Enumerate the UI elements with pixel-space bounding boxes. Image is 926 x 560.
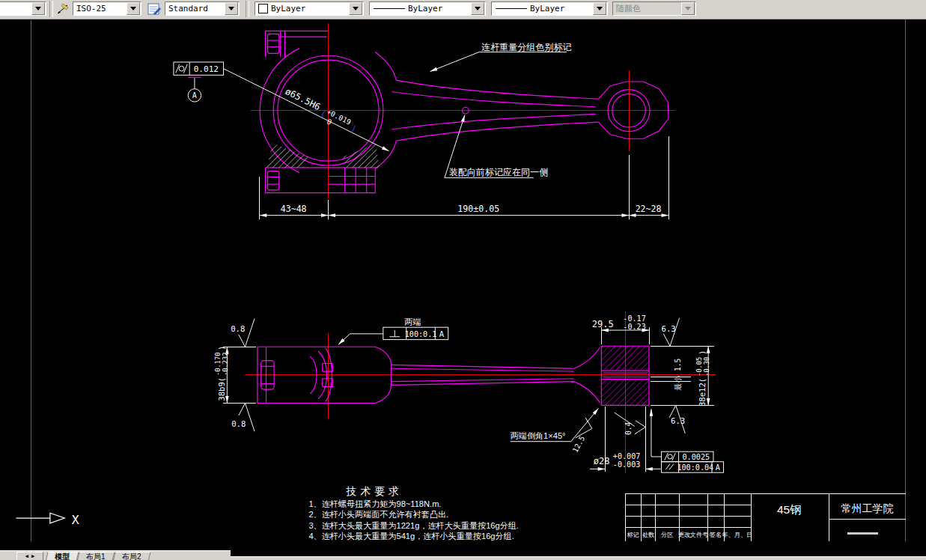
surf-63-top: 6.3 <box>662 324 676 334</box>
tab-nav-buttons[interactable]: ◀ ▶ <box>16 552 43 560</box>
svg-text:0: 0 <box>326 117 333 127</box>
surf-125: 12.5 <box>571 434 587 454</box>
model-canvas[interactable]: 43~48 190±0.05 22~28 连杆重量分组色别标记 装配向前标记应在… <box>0 19 926 560</box>
svg-text:-0.232: -0.232 <box>222 353 229 376</box>
top-view-geometry <box>188 31 668 192</box>
lineweight-value: ByLayer <box>527 4 593 13</box>
tech-req-item: 3、连杆大头最大重量为1221g，连杆大头重量按16g分组. <box>308 521 519 530</box>
weight-group-note: 连杆重量分组色别标记 <box>481 42 571 52</box>
plot-style-value: 随颜色 <box>613 3 681 14</box>
style-combo-value: ard <box>0 4 31 13</box>
autocad-window: { "toolbar": { "partial_style": "ard", "… <box>0 0 926 560</box>
dim-28: ø28 <box>594 456 610 466</box>
datum-a-label: A <box>192 91 197 100</box>
dim-style-value: ISO-25 <box>73 4 127 13</box>
fcf-perp-value: 100:0.1 <box>405 330 437 338</box>
fcf-par-datum: A <box>716 463 720 472</box>
fcf-par-value: 100:0.04 <box>677 463 713 472</box>
linetype-value: ByLayer <box>405 4 471 13</box>
svg-text:): ) <box>698 350 707 354</box>
drawing-frame <box>31 19 906 541</box>
both-ends-label: 两端 <box>404 317 421 326</box>
dim-style-combo[interactable]: ISO-25 <box>73 1 141 16</box>
dropdown-arrow-icon[interactable] <box>593 2 606 15</box>
lineweight-combo[interactable]: ByLayer <box>491 1 608 16</box>
top-view-hatching <box>266 143 380 168</box>
bore-dimension-text: ø65.5H6 ( +0.019 0 ) <box>280 86 360 138</box>
tab-layout2[interactable]: 布局2 <box>112 552 150 560</box>
tab-layout1[interactable]: 布局1 <box>76 552 115 560</box>
style-combo-partial[interactable]: ard <box>0 1 46 16</box>
color-combo[interactable]: ByLayer <box>255 1 364 16</box>
svg-text:1.5: 1.5 <box>674 358 682 371</box>
svg-text:最小: 最小 <box>674 376 682 392</box>
surf-08-bottom: 0.8 <box>231 419 246 429</box>
organization-label: 常州工学院 <box>841 502 894 514</box>
lineweight-sample <box>496 8 527 9</box>
text-style-combo[interactable]: Standard <box>165 1 240 16</box>
svg-text:-0.30: -0.30 <box>703 357 710 377</box>
dim-28-upper: +0.007 <box>613 452 641 460</box>
dim-43-48: 43~48 <box>281 204 307 214</box>
dim-22-28: 22~28 <box>636 204 662 214</box>
surf-63-bottom: 6.3 <box>671 416 685 426</box>
toolbar-separator <box>49 1 53 17</box>
tb-col-label: 签名 <box>710 532 722 538</box>
linetype-sample <box>374 8 405 9</box>
dropdown-arrow-icon <box>681 2 695 15</box>
dropdown-arrow-icon[interactable] <box>349 2 362 15</box>
ucs-icon: X <box>16 513 79 527</box>
text-style-icon[interactable] <box>147 2 162 16</box>
surf-08-top: 0.8 <box>231 324 245 334</box>
tech-req-item: 2、连杆小头两端面不允许有衬套凸出. <box>308 510 448 519</box>
chamfer-note: 两端倒角1×45° <box>511 431 566 440</box>
tech-req-title: 技术要求 <box>346 485 403 497</box>
dim-style-icon[interactable] <box>55 2 70 16</box>
top-view-dimension-text: 43~48 190±0.05 22~28 连杆重量分组色别标记 装配向前标记应在… <box>192 42 662 214</box>
linetype-combo[interactable]: ByLayer <box>369 1 486 16</box>
material-label: 45钢 <box>777 503 802 516</box>
text-style-value: Standard <box>165 4 225 13</box>
svg-text:-0.05: -0.05 <box>695 357 703 377</box>
assembly-note: 装配向前标记应在同一侧 <box>449 167 549 177</box>
fcf-cyl-bottom-value: 0.0025 <box>683 453 710 461</box>
fcf-perp-datum: A <box>439 329 445 339</box>
svg-text:38e12(: 38e12( <box>698 378 707 407</box>
tab-model[interactable]: 模型 <box>45 552 79 560</box>
svg-text:-0.170: -0.170 <box>214 353 222 376</box>
dim-295: 29.5 <box>592 319 614 329</box>
dim-295-upper: -0.17 <box>623 314 645 323</box>
dropdown-arrow-icon[interactable] <box>471 2 484 15</box>
top-view-dimensions <box>174 52 668 219</box>
svg-text:): ) <box>216 346 226 350</box>
svg-text:): ) <box>349 123 358 135</box>
min-clearance-note: 最小 1.5 <box>674 358 682 391</box>
dim-28-lower: -0.003 <box>613 460 641 469</box>
side-view-geometry <box>258 346 649 405</box>
color-swatch <box>258 4 268 13</box>
technical-requirements: 技术要求 1、连杆螺母扭紧力矩为98~118N.m. 2、连杆小头两端面不允许有… <box>308 485 519 541</box>
tech-req-item: 1、连杆螺母扭紧力矩为98~118N.m. <box>308 499 441 508</box>
color-value: ByLayer <box>268 4 349 13</box>
dim-295-lower: -0.23 <box>623 323 645 331</box>
ucs-x-label: X <box>72 513 79 527</box>
dropdown-arrow-icon[interactable] <box>31 2 45 15</box>
toolbar-separator <box>246 1 249 17</box>
tb-col-label: 分区 <box>661 532 673 538</box>
layout-tab-bar: ◀ ▶ 模型 布局1 布局2 <box>0 550 231 560</box>
dim-190: 190±0.05 <box>457 204 499 214</box>
tb-col-label: 标记 <box>627 532 639 538</box>
tb-col-label: 年、月、日 <box>722 532 752 538</box>
object-properties-toolbar: ard ISO-25 Standard ByLayer ByLayer ByLa… <box>0 0 926 19</box>
surf-04: 0.4 <box>624 421 633 435</box>
tb-col-label: 更改文件号 <box>677 532 708 538</box>
dropdown-arrow-icon[interactable] <box>127 2 140 15</box>
dropdown-arrow-icon[interactable] <box>225 2 238 15</box>
svg-text:38b9(: 38b9( <box>216 377 226 401</box>
tech-req-item: 4、连杆小头最大重量为541g，连杆小头重量按16g分组. <box>308 532 514 541</box>
plot-style-combo: 随颜色 <box>612 1 696 16</box>
tb-col-label: 处数 <box>642 532 654 538</box>
fcf-top-value: 0.012 <box>194 64 219 74</box>
